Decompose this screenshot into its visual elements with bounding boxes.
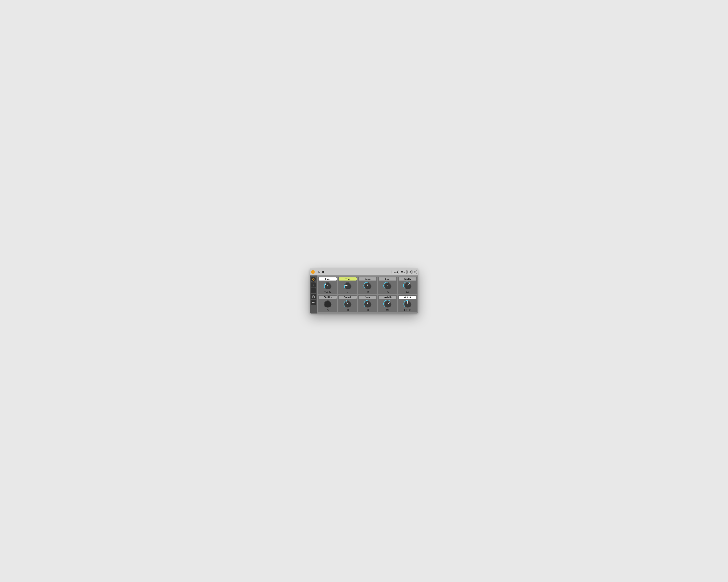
output-value: 0.00 dB [404, 309, 411, 311]
input-cell: Input 0.00 dB [318, 277, 337, 294]
svg-rect-4 [313, 296, 314, 297]
degrade-knob[interactable] [343, 299, 353, 309]
nwidth-value: 115 [386, 309, 389, 311]
degrade-cell: Degrade 43 [338, 295, 357, 312]
list-button[interactable] [311, 300, 316, 305]
stability-cell: Stability 25 [318, 295, 337, 312]
nwidth-label: N-Width [379, 296, 396, 299]
nwidth-cell: N-Width 115 [378, 295, 397, 312]
plugin-body: + − Input [310, 275, 418, 313]
svg-line-27 [407, 301, 408, 304]
output-knob[interactable] [403, 299, 413, 309]
degrade-value: 43 [347, 309, 349, 311]
save-icon-button[interactable] [413, 270, 417, 274]
title-dot [311, 270, 315, 274]
input-value: 0.00 dB [324, 291, 331, 293]
map-button[interactable]: Map [400, 270, 407, 274]
stability-value: 25 [327, 309, 329, 311]
knob-row-1: Input 0.00 dB Type [318, 277, 417, 294]
fidelity-knob[interactable] [403, 281, 413, 290]
output-cell: Output 0.00 dB [398, 295, 417, 312]
plugin-window: TK-60 Rand Map [310, 269, 418, 313]
stability-label: Stability [319, 296, 337, 299]
noise-value: 49 [366, 309, 369, 311]
plugin-title: TK-60 [316, 271, 392, 274]
add-button[interactable]: + [311, 282, 316, 287]
type-label: Type [339, 277, 357, 280]
title-bar: TK-60 Rand Map [310, 269, 418, 275]
stability-knob[interactable] [323, 299, 333, 309]
noise-knob[interactable] [363, 299, 372, 309]
noise-cell: Noise 49 [358, 295, 378, 312]
type-value: 3 [347, 291, 348, 293]
minus-button[interactable]: − [311, 288, 316, 293]
nwidth-knob[interactable] [383, 299, 393, 309]
type-cell: Type 3 [338, 277, 357, 294]
fidelity-value: 106 [406, 291, 409, 293]
input-label: Input [319, 277, 337, 280]
svg-rect-2 [414, 272, 415, 273]
power-button[interactable] [311, 277, 316, 282]
color-cell: Color 81 [378, 277, 397, 294]
comp-knob[interactable] [363, 281, 372, 290]
comp-value: 48 [366, 291, 369, 293]
rand-button[interactable]: Rand [392, 270, 399, 274]
save-button[interactable] [311, 294, 316, 299]
comp-label: Comp [359, 277, 376, 280]
knob-row-2: Stability 25 Degrade [318, 295, 417, 312]
degrade-label: Degrade [339, 296, 357, 299]
type-knob[interactable] [343, 281, 353, 290]
color-knob[interactable] [383, 281, 393, 290]
noise-label: Noise [359, 296, 376, 299]
svg-rect-1 [414, 271, 415, 272]
fidelity-label: Fidelity [399, 277, 416, 280]
sidebar: + − [310, 275, 317, 313]
color-label: Color [379, 277, 396, 280]
refresh-icon-button[interactable] [408, 270, 412, 274]
fidelity-cell: Fidelity 106 [398, 277, 417, 294]
title-buttons: Rand Map [392, 270, 417, 274]
color-value: 81 [387, 291, 389, 293]
input-knob[interactable] [323, 281, 333, 290]
comp-cell: Comp 48 [358, 277, 378, 294]
output-label: Output [399, 296, 416, 299]
knob-grid: Input 0.00 dB Type [317, 275, 418, 313]
